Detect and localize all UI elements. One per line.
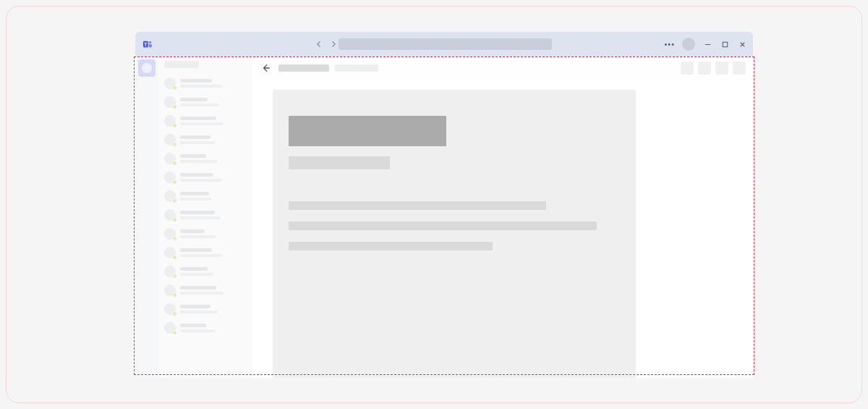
chat-icon (142, 63, 152, 73)
dialog-subtitle (289, 156, 390, 169)
svg-text:T: T (144, 42, 148, 47)
list-item-title (180, 79, 212, 83)
list-item-subtitle (180, 179, 222, 182)
list-item-title (180, 305, 210, 308)
chat-list-item[interactable] (164, 319, 247, 337)
list-item-subtitle (180, 254, 222, 257)
presence-indicator (172, 161, 177, 166)
presence-indicator (172, 198, 177, 203)
list-avatar (164, 284, 176, 296)
window-minimize-button[interactable] (702, 39, 712, 49)
presence-indicator (172, 142, 177, 147)
header-action-button[interactable] (733, 62, 746, 75)
list-item-title (180, 135, 210, 139)
list-item-title (180, 117, 216, 120)
header-action-button[interactable] (698, 62, 711, 75)
chat-list-item[interactable] (164, 168, 247, 187)
list-avatar (164, 322, 176, 334)
list-item-title (180, 267, 208, 271)
presence-indicator (172, 85, 177, 90)
list-avatar (164, 303, 176, 315)
chat-list-item[interactable] (164, 262, 247, 281)
chat-list-item[interactable] (164, 300, 247, 319)
chat-list-item[interactable] (164, 74, 247, 93)
list-avatar (164, 247, 176, 258)
list-item-subtitle (180, 160, 218, 163)
title-bar: T ••• (135, 32, 753, 56)
more-button[interactable]: ••• (664, 40, 675, 49)
app-rail (135, 56, 158, 378)
chat-list-header (164, 61, 199, 68)
window-maximize-button[interactable] (720, 39, 730, 49)
app-canvas (252, 80, 753, 378)
chat-list-item[interactable] (164, 206, 247, 224)
list-avatar (164, 209, 176, 221)
list-avatar (164, 134, 176, 146)
list-item-title (180, 173, 213, 177)
list-item-subtitle (180, 141, 215, 144)
chat-list-item[interactable] (164, 130, 247, 149)
search-input[interactable] (339, 38, 552, 50)
svg-rect-4 (723, 42, 727, 46)
nav-forward-button[interactable] (328, 39, 339, 49)
header-action-button[interactable] (715, 62, 728, 75)
list-avatar (164, 115, 176, 127)
list-item-subtitle (180, 198, 212, 201)
svg-rect-3 (149, 44, 152, 47)
breadcrumb-segment (335, 64, 378, 72)
user-avatar[interactable] (682, 38, 695, 51)
list-item-subtitle (180, 122, 224, 125)
list-avatar (164, 153, 176, 164)
list-item-title (180, 154, 206, 158)
dialog-body-line (289, 222, 597, 230)
list-avatar (164, 266, 176, 277)
chat-list-item[interactable] (164, 281, 247, 300)
presence-indicator (172, 123, 177, 128)
presence-indicator (172, 311, 177, 316)
header-action-button[interactable] (681, 62, 694, 75)
chat-list-item[interactable] (164, 243, 247, 262)
breadcrumb-segment[interactable] (278, 64, 329, 72)
list-item-title (180, 324, 206, 327)
presence-indicator (172, 236, 177, 241)
nav-back-button[interactable] (314, 39, 324, 49)
presence-indicator (172, 217, 177, 222)
window-close-button[interactable] (737, 39, 747, 49)
sub-header (252, 56, 753, 80)
presence-indicator (172, 180, 177, 185)
list-avatar (164, 228, 176, 240)
presence-indicator (172, 104, 177, 109)
presence-indicator (172, 274, 177, 279)
list-item-subtitle (180, 273, 213, 276)
chat-list-item[interactable] (164, 149, 247, 168)
teams-icon: T (142, 39, 153, 49)
list-item-title (180, 229, 205, 233)
list-avatar (164, 77, 176, 89)
svg-point-2 (149, 41, 152, 44)
list-item-subtitle (180, 85, 222, 88)
dialog-body-line (289, 242, 493, 250)
dialog-body-line (289, 201, 546, 210)
list-item-subtitle (180, 311, 218, 313)
list-avatar (164, 190, 176, 202)
app-window: T ••• (135, 32, 753, 378)
rail-app-chat[interactable] (138, 59, 156, 77)
list-item-title (180, 211, 215, 214)
list-avatar (164, 96, 176, 108)
chat-list-item[interactable] (164, 187, 247, 206)
dialog-title (289, 116, 446, 146)
main-panel (252, 56, 753, 378)
list-item-subtitle (180, 104, 219, 106)
list-item-subtitle (180, 329, 215, 332)
back-button[interactable] (260, 62, 273, 75)
list-item-title (180, 98, 208, 101)
list-item-subtitle (180, 216, 221, 219)
chat-list-item[interactable] (164, 111, 247, 130)
list-item-subtitle (180, 292, 224, 295)
chat-list-item[interactable] (164, 224, 247, 243)
chat-list-panel (158, 56, 252, 378)
list-item-title (180, 192, 209, 195)
chat-list-item[interactable] (164, 93, 247, 111)
presence-indicator (172, 330, 177, 335)
list-avatar (164, 172, 176, 183)
